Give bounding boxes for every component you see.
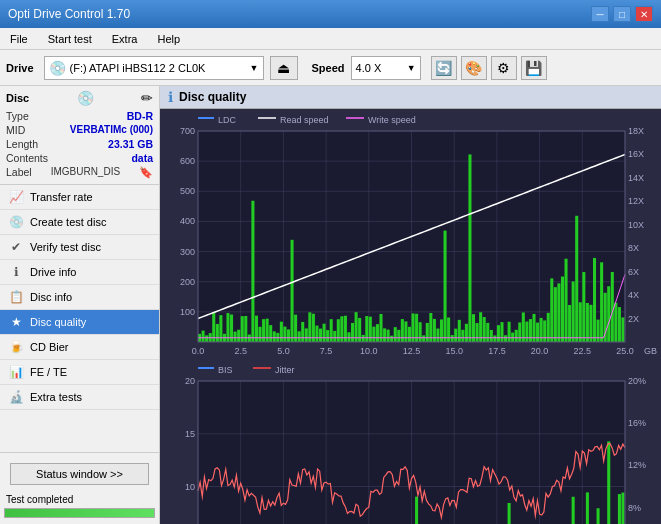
minimize-button[interactable]: ─ xyxy=(591,6,609,22)
settings-button[interactable]: ⚙ xyxy=(491,56,517,80)
title-bar: Opti Drive Control 1.70 ─ □ ✕ xyxy=(0,0,661,28)
eject-button[interactable]: ⏏ xyxy=(270,56,298,80)
drive-info-label: Drive info xyxy=(30,266,76,278)
color-button[interactable]: 🎨 xyxy=(461,56,487,80)
disc-quality-title: Disc quality xyxy=(179,90,246,104)
sidebar-item-extra-tests[interactable]: 🔬 Extra tests xyxy=(0,385,159,410)
speed-select[interactable]: 4.0 X ▼ xyxy=(351,56,421,80)
disc-label-value: IMGBURN_DIS xyxy=(51,166,120,179)
main-content: Disc 💿 ✏ Type BD-R MID VERBATIMc (000) L… xyxy=(0,86,661,524)
sidebar-item-transfer-rate[interactable]: 📈 Transfer rate xyxy=(0,185,159,210)
menu-bar: File Start test Extra Help xyxy=(0,28,661,50)
charts-container xyxy=(160,109,661,524)
fe-te-icon: 📊 xyxy=(8,365,24,379)
disc-quality-icon: ★ xyxy=(8,315,24,329)
drive-label: Drive xyxy=(6,62,34,74)
drive-info-icon: ℹ xyxy=(8,265,24,279)
label-icon[interactable]: 🔖 xyxy=(139,166,153,179)
speed-value: 4.0 X xyxy=(356,62,407,74)
speed-label: Speed xyxy=(312,62,345,74)
sidebar-item-disc-quality[interactable]: ★ Disc quality xyxy=(0,310,159,335)
disc-label-label: Label xyxy=(6,166,32,179)
drive-select-text: (F:) ATAPI iHBS112 2 CL0K xyxy=(70,62,250,74)
close-button[interactable]: ✕ xyxy=(635,6,653,22)
disc-length-label: Length xyxy=(6,138,38,150)
app-title: Opti Drive Control 1.70 xyxy=(8,7,130,21)
fe-te-label: FE / TE xyxy=(30,366,67,378)
chart-bis xyxy=(162,361,659,524)
maximize-button[interactable]: □ xyxy=(613,6,631,22)
progress-bar xyxy=(4,508,155,518)
disc-title: Disc xyxy=(6,92,29,104)
cd-bier-label: CD Bier xyxy=(30,341,69,353)
transfer-rate-label: Transfer rate xyxy=(30,191,93,203)
drive-select[interactable]: 💿 (F:) ATAPI iHBS112 2 CL0K ▼ xyxy=(44,56,264,80)
disc-info-label: Disc info xyxy=(30,291,72,303)
disc-quality-header-icon: ℹ xyxy=(168,89,173,105)
chart-ldc xyxy=(162,111,659,360)
status-section: Status window >> Test completed xyxy=(0,452,159,524)
sidebar-item-fe-te[interactable]: 📊 FE / TE xyxy=(0,360,159,385)
disc-quality-label: Disc quality xyxy=(30,316,86,328)
disc-contents-value: data xyxy=(131,152,153,164)
create-test-disc-label: Create test disc xyxy=(30,216,106,228)
disc-mid-value: VERBATIMc (000) xyxy=(70,124,153,136)
menu-help[interactable]: Help xyxy=(151,31,186,47)
refresh-button[interactable]: 🔄 xyxy=(431,56,457,80)
disc-panel: Disc 💿 ✏ Type BD-R MID VERBATIMc (000) L… xyxy=(0,86,159,185)
disc-length-row: Length 23.31 GB xyxy=(6,137,153,151)
menu-file[interactable]: File xyxy=(4,31,34,47)
sidebar-item-cd-bier[interactable]: 🍺 CD Bier xyxy=(0,335,159,360)
disc-icon: 💿 xyxy=(77,90,94,106)
sidebar: Disc 💿 ✏ Type BD-R MID VERBATIMc (000) L… xyxy=(0,86,160,524)
sidebar-item-verify-test-disc[interactable]: ✔ Verify test disc xyxy=(0,235,159,260)
window-controls: ─ □ ✕ xyxy=(591,6,653,22)
cd-bier-icon: 🍺 xyxy=(8,340,24,354)
disc-length-value: 23.31 GB xyxy=(108,138,153,150)
disc-info-icon: 📋 xyxy=(8,290,24,304)
disc-label-row: Label IMGBURN_DIS 🔖 xyxy=(6,165,153,180)
toolbar-actions: 🔄 🎨 ⚙ 💾 xyxy=(431,56,547,80)
progress-fill xyxy=(5,509,154,517)
status-text: Test completed xyxy=(4,491,155,506)
verify-test-disc-label: Verify test disc xyxy=(30,241,101,253)
disc-type-label: Type xyxy=(6,110,29,122)
extra-tests-icon: 🔬 xyxy=(8,390,24,404)
disc-header: Disc 💿 ✏ xyxy=(6,90,153,106)
disc-mid-label: MID xyxy=(6,124,25,136)
disc-contents-row: Contents data xyxy=(6,151,153,165)
menu-extra[interactable]: Extra xyxy=(106,31,144,47)
disc-edit-icon[interactable]: ✏ xyxy=(141,90,153,106)
save-button[interactable]: 💾 xyxy=(521,56,547,80)
disc-type-row: Type BD-R xyxy=(6,109,153,123)
sidebar-item-drive-info[interactable]: ℹ Drive info xyxy=(0,260,159,285)
status-window-button[interactable]: Status window >> xyxy=(10,463,149,485)
menu-start-test[interactable]: Start test xyxy=(42,31,98,47)
sidebar-item-create-test-disc[interactable]: 💿 Create test disc xyxy=(0,210,159,235)
toolbar: Drive 💿 (F:) ATAPI iHBS112 2 CL0K ▼ ⏏ Sp… xyxy=(0,50,661,86)
transfer-rate-icon: 📈 xyxy=(8,190,24,204)
disc-mid-row: MID VERBATIMc (000) xyxy=(6,123,153,137)
create-test-disc-icon: 💿 xyxy=(8,215,24,229)
extra-tests-label: Extra tests xyxy=(30,391,82,403)
disc-contents-label: Contents xyxy=(6,152,48,164)
disc-quality-header: ℹ Disc quality xyxy=(160,86,661,109)
verify-test-disc-icon: ✔ xyxy=(8,240,24,254)
disc-type-value: BD-R xyxy=(127,110,153,122)
right-content: ℹ Disc quality LDC BIS Avg xyxy=(160,86,661,524)
sidebar-item-disc-info[interactable]: 📋 Disc info xyxy=(0,285,159,310)
